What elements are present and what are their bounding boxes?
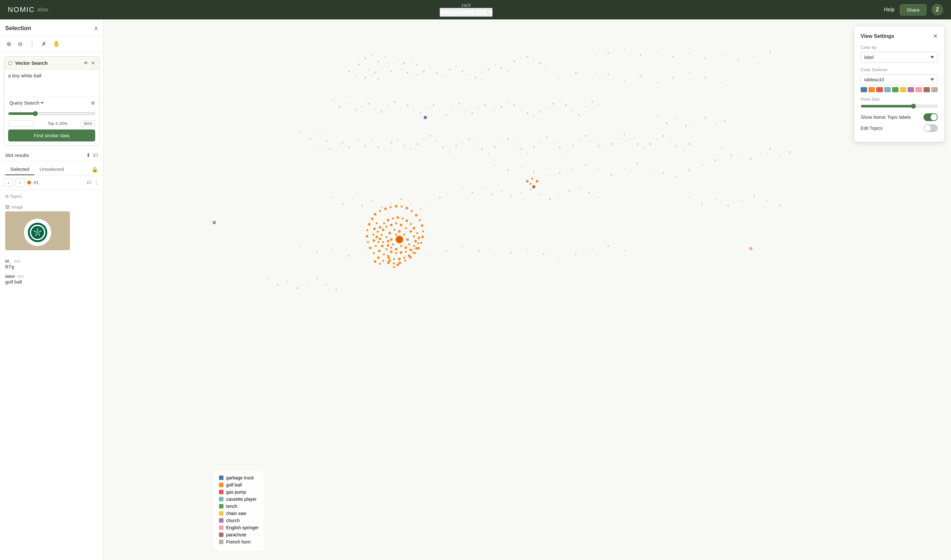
- svg-point-179: [585, 164, 587, 166]
- collapse-button[interactable]: ∧: [94, 25, 98, 32]
- tool-clear[interactable]: ✗: [40, 39, 48, 49]
- help-button[interactable]: Help: [884, 7, 895, 12]
- svg-point-116: [455, 145, 457, 147]
- close-search-button[interactable]: ✕: [91, 60, 95, 66]
- svg-point-82: [546, 108, 547, 109]
- svg-point-28: [378, 78, 379, 80]
- find-similar-button[interactable]: Find similar data: [8, 129, 95, 142]
- edit-topics-toggle[interactable]: [923, 124, 938, 132]
- svg-point-265: [769, 51, 771, 53]
- svg-point-202: [462, 187, 463, 188]
- svg-point-85: [565, 104, 567, 106]
- header: NOMIC atlas zach Imagenette 10k ▾ Help S…: [0, 0, 951, 19]
- svg-point-239: [397, 252, 398, 253]
- svg-point-255: [607, 52, 609, 54]
- tool-add[interactable]: ⊕: [5, 39, 12, 49]
- dataset-title[interactable]: Imagenette 10k ▾: [439, 8, 493, 17]
- svg-point-387: [396, 236, 402, 243]
- svg-point-244: [478, 250, 480, 252]
- svg-point-242: [445, 250, 447, 252]
- visibility-button[interactable]: 👁: [83, 60, 88, 66]
- next-item-button[interactable]: ›: [15, 178, 25, 187]
- tab-unselected[interactable]: Unselected: [34, 164, 69, 175]
- map-area[interactable]: ✕ View Settings ✕ Color by label Color S…: [104, 19, 951, 560]
- svg-point-220: [750, 158, 752, 160]
- range-min-input[interactable]: 0.05842: [8, 120, 34, 127]
- svg-point-75: [501, 106, 502, 108]
- svg-point-356: [421, 224, 423, 227]
- search-type-select[interactable]: Query Search: [8, 100, 45, 106]
- svg-point-34: [449, 69, 450, 71]
- svg-point-348: [384, 208, 387, 210]
- svg-point-381: [374, 260, 376, 263]
- color-scheme-select[interactable]: tableau10: [861, 74, 938, 85]
- svg-point-201: [439, 197, 441, 198]
- tool-filter[interactable]: ⋮: [28, 39, 36, 49]
- svg-point-191: [342, 203, 344, 205]
- legend-label-tench: tench: [226, 504, 237, 509]
- item-label-button[interactable]: 🏷: [86, 180, 92, 186]
- swatch-5: [892, 87, 899, 92]
- svg-point-223: [779, 155, 781, 156]
- user-avatar[interactable]: Z: [932, 4, 943, 15]
- item-share-button[interactable]: ⋮: [94, 180, 99, 186]
- tab-selected[interactable]: Selected: [5, 164, 34, 175]
- svg-point-194: [371, 200, 373, 202]
- svg-point-263: [737, 59, 739, 61]
- swatch-3: [876, 87, 883, 92]
- svg-point-166: [676, 119, 677, 120]
- search-options-button[interactable]: ⊕: [91, 100, 95, 106]
- svg-point-131: [553, 142, 554, 143]
- item-dot: [27, 181, 31, 185]
- share-button[interactable]: Share: [900, 4, 926, 15]
- range-slider[interactable]: [8, 111, 95, 116]
- download-button[interactable]: ⬇: [86, 152, 90, 158]
- search-textarea[interactable]: a tiny white ball: [4, 69, 99, 95]
- svg-point-57: [381, 111, 382, 113]
- svg-point-132: [559, 146, 561, 148]
- edit-topics-label: Edit Topics: [861, 126, 882, 131]
- tool-hand[interactable]: ✋: [51, 39, 61, 49]
- svg-point-86: [572, 109, 573, 111]
- vs-close-button[interactable]: ✕: [933, 33, 938, 40]
- svg-point-61: [407, 104, 408, 106]
- svg-point-205: [491, 193, 493, 195]
- svg-point-108: [403, 145, 405, 147]
- image-label: 🖼 Image: [5, 205, 98, 209]
- svg-point-227: [715, 198, 716, 200]
- svg-point-113: [436, 140, 437, 142]
- svg-point-299: [382, 229, 384, 231]
- svg-point-198: [410, 203, 412, 205]
- svg-point-23: [400, 69, 402, 70]
- svg-point-115: [449, 151, 450, 153]
- svg-point-311: [400, 251, 402, 254]
- svg-point-315: [381, 245, 384, 247]
- color-by-select[interactable]: label: [861, 52, 938, 63]
- svg-point-298: [381, 234, 382, 235]
- id-section: id_ text BTg label text golf ball: [0, 254, 103, 292]
- show-topics-row: Show Nomic Topic labels: [861, 113, 938, 121]
- svg-point-268: [287, 281, 288, 282]
- legend-item-2: gas pump: [219, 489, 259, 495]
- svg-point-165: [666, 122, 667, 124]
- max-button[interactable]: MAX: [81, 120, 95, 127]
- point-size-slider[interactable]: [861, 103, 938, 109]
- svg-point-145: [643, 148, 644, 149]
- section-title: Selection: [5, 25, 31, 32]
- tool-zoom[interactable]: ⊖: [17, 39, 24, 49]
- svg-point-385: [530, 183, 532, 185]
- svg-point-26: [364, 77, 366, 78]
- svg-point-103: [371, 140, 373, 142]
- svg-point-109: [410, 148, 412, 149]
- svg-point-355: [419, 219, 421, 221]
- svg-point-307: [414, 240, 417, 242]
- show-topics-toggle[interactable]: [923, 113, 938, 121]
- prev-item-button[interactable]: ‹: [4, 178, 13, 187]
- svg-point-22: [390, 70, 392, 72]
- svg-point-104: [378, 146, 379, 148]
- legend-dot-garbage-truck: [219, 475, 223, 480]
- svg-point-125: [514, 143, 515, 145]
- svg-point-359: [420, 242, 422, 244]
- header-right: Help Share Z: [884, 4, 943, 15]
- tag-button[interactable]: 🏷: [93, 152, 98, 158]
